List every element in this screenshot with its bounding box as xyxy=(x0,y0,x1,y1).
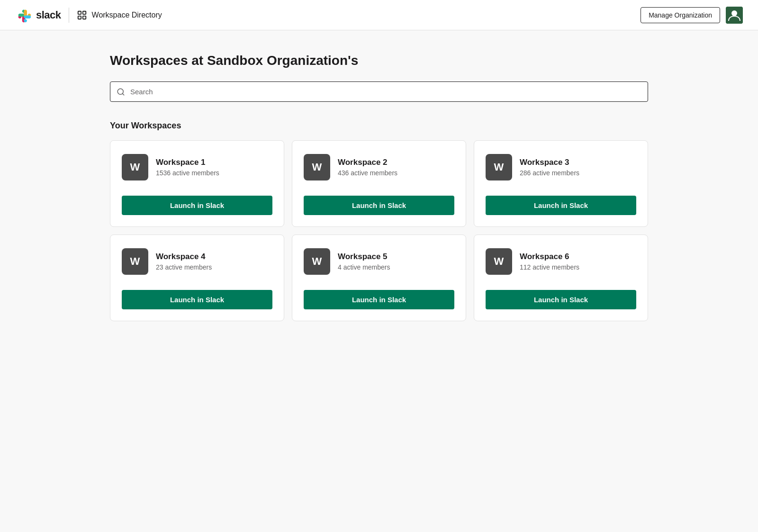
workspace-info-3: Workspace 3 286 active members xyxy=(520,158,579,177)
workspace-members-5: 4 active members xyxy=(338,263,390,271)
slack-wordmark: slack xyxy=(36,9,61,21)
workspace-card-top-1: W Workspace 1 1536 active members xyxy=(122,154,272,180)
slack-logo-icon xyxy=(15,7,32,24)
your-workspaces-heading: Your Workspaces xyxy=(110,121,648,131)
workspace-icon-3: W xyxy=(486,154,512,180)
search-wrapper xyxy=(110,81,648,102)
launch-slack-button-4[interactable]: Launch in Slack xyxy=(122,290,272,309)
workspace-info-5: Workspace 5 4 active members xyxy=(338,252,390,271)
workspace-card-2: W Workspace 2 436 active members Launch … xyxy=(292,140,466,227)
launch-slack-button-6[interactable]: Launch in Slack xyxy=(486,290,636,309)
search-icon xyxy=(117,88,125,96)
svg-rect-3 xyxy=(82,16,85,18)
manage-organization-button[interactable]: Manage Organization xyxy=(641,7,720,23)
workspaces-grid: W Workspace 1 1536 active members Launch… xyxy=(110,140,648,321)
workspace-card-top-4: W Workspace 4 23 active members xyxy=(122,248,272,275)
workspace-card-top-3: W Workspace 3 286 active members xyxy=(486,154,636,180)
workspace-icon-6: W xyxy=(486,248,512,275)
workspace-card-top-5: W Workspace 5 4 active members xyxy=(304,248,454,275)
launch-slack-button-5[interactable]: Launch in Slack xyxy=(304,290,454,309)
header: slack Workspace Directory Manage Organiz… xyxy=(0,0,758,30)
workspace-members-4: 23 active members xyxy=(156,263,212,271)
workspace-name-4: Workspace 4 xyxy=(156,252,212,261)
workspace-members-2: 436 active members xyxy=(338,169,397,177)
svg-rect-1 xyxy=(82,11,85,14)
workspace-card-6: W Workspace 6 112 active members Launch … xyxy=(474,234,648,321)
search-input[interactable] xyxy=(110,81,648,102)
workspace-card-4: W Workspace 4 23 active members Launch i… xyxy=(110,234,284,321)
svg-rect-0 xyxy=(78,11,81,14)
workspace-card-5: W Workspace 5 4 active members Launch in… xyxy=(292,234,466,321)
workspace-info-6: Workspace 6 112 active members xyxy=(520,252,579,271)
header-left: slack Workspace Directory xyxy=(15,7,162,24)
workspace-card-3: W Workspace 3 286 active members Launch … xyxy=(474,140,648,227)
workspace-name-1: Workspace 1 xyxy=(156,158,219,167)
workspace-card-top-6: W Workspace 6 112 active members xyxy=(486,248,636,275)
header-right: Manage Organization xyxy=(641,7,743,24)
main-content: Workspaces at Sandbox Organization's You… xyxy=(95,30,663,344)
workspace-icon-5: W xyxy=(304,248,330,275)
launch-slack-button-1[interactable]: Launch in Slack xyxy=(122,196,272,215)
workspace-name-6: Workspace 6 xyxy=(520,252,579,261)
workspace-icon-1: W xyxy=(122,154,148,180)
launch-slack-button-2[interactable]: Launch in Slack xyxy=(304,196,454,215)
workspace-card-top-2: W Workspace 2 436 active members xyxy=(304,154,454,180)
workspace-members-1: 1536 active members xyxy=(156,169,219,177)
workspace-directory-icon xyxy=(77,10,87,20)
header-divider xyxy=(69,8,69,23)
workspace-members-6: 112 active members xyxy=(520,263,579,271)
svg-line-7 xyxy=(122,93,124,95)
header-section: Workspace Directory xyxy=(77,10,162,20)
avatar[interactable] xyxy=(726,7,743,24)
header-section-title: Workspace Directory xyxy=(92,11,162,19)
svg-point-5 xyxy=(731,10,737,16)
launch-slack-button-3[interactable]: Launch in Slack xyxy=(486,196,636,215)
workspace-icon-2: W xyxy=(304,154,330,180)
svg-rect-2 xyxy=(78,16,81,18)
workspace-members-3: 286 active members xyxy=(520,169,579,177)
page-title: Workspaces at Sandbox Organization's xyxy=(110,53,648,68)
workspace-info-2: Workspace 2 436 active members xyxy=(338,158,397,177)
workspace-name-2: Workspace 2 xyxy=(338,158,397,167)
workspace-name-5: Workspace 5 xyxy=(338,252,390,261)
workspace-info-4: Workspace 4 23 active members xyxy=(156,252,212,271)
workspace-name-3: Workspace 3 xyxy=(520,158,579,167)
workspace-card-1: W Workspace 1 1536 active members Launch… xyxy=(110,140,284,227)
workspace-icon-4: W xyxy=(122,248,148,275)
workspace-info-1: Workspace 1 1536 active members xyxy=(156,158,219,177)
slack-logo: slack xyxy=(15,7,61,24)
